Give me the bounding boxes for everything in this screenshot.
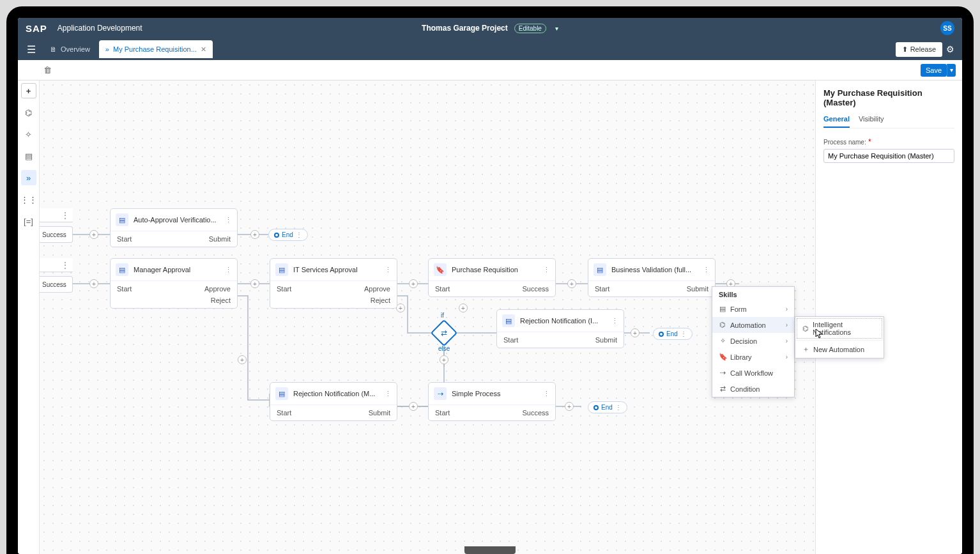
node-purchase-req[interactable]: 🔖 Purchase Requisition ⋮ Start Success (428, 258, 556, 297)
node-menu-icon[interactable]: ⋮ (611, 317, 618, 325)
plus-icon: ＋ (802, 344, 809, 354)
tab-overview-label: Overview (61, 45, 90, 53)
node-menu-icon[interactable]: ⋮ (703, 266, 710, 274)
add-connector-icon[interactable]: + (396, 304, 405, 312)
node-stub-more-1[interactable]: ⋮ (40, 208, 73, 222)
tab-purchase-req[interactable]: » My Purchase Requisition... ✕ (99, 40, 213, 58)
form-icon: ▤ (502, 314, 515, 327)
close-icon[interactable]: ✕ (201, 45, 206, 54)
port-success: Success (522, 285, 549, 293)
add-connector-icon[interactable]: + (250, 279, 259, 288)
rail-icon-process[interactable]: » (21, 170, 36, 185)
add-connector-icon[interactable]: + (250, 230, 259, 239)
decision-if-label: if (441, 312, 444, 319)
trash-icon[interactable]: 🗑 (43, 65, 52, 75)
node-biz-validation[interactable]: ▤ Business Validation (full... ⋮ Start S… (588, 258, 716, 297)
tab-visibility[interactable]: Visibility (859, 115, 884, 128)
node-menu-icon[interactable]: ⋮ (385, 390, 392, 398)
process-canvas[interactable]: ⋮ Success ⋮ Success + + + + + + + + + + … (40, 81, 815, 554)
node-menu-icon[interactable]: ⋮ (543, 266, 550, 274)
node-menu-icon[interactable]: ⋮ (225, 266, 232, 274)
port-approve: Approve (204, 285, 231, 293)
skills-menu-header: Skills (712, 287, 794, 301)
rail-icon-2[interactable]: ✧ (21, 127, 36, 142)
skills-item-form[interactable]: ▤ Form › (712, 301, 794, 317)
skills-item-condition[interactable]: ⇄ Condition (712, 381, 794, 397)
save-dropdown-button[interactable]: ▾ (947, 64, 956, 77)
status-pill[interactable]: Editable (514, 24, 546, 33)
gear-icon[interactable]: ⚙ (946, 44, 954, 54)
node-stub-success-2: Success (40, 276, 73, 293)
add-connector-icon[interactable]: + (238, 355, 247, 364)
add-connector-icon[interactable]: + (89, 279, 98, 288)
workflow-icon: ⇢ (434, 387, 447, 400)
node-rej-notif-i[interactable]: ▤ Rejection Notification (I... ⋮ Start S… (496, 309, 624, 348)
end-node[interactable]: End ⋮ (588, 401, 627, 413)
rail-icon-1[interactable]: ⌬ (21, 105, 36, 120)
end-dot-icon (659, 332, 664, 337)
node-auto-approval[interactable]: ▤ Auto-Approval Verificatio... ⋮ Start S… (110, 208, 238, 247)
port-start: Start (117, 285, 132, 293)
node-menu-icon[interactable]: ⋮ (543, 390, 550, 398)
rail-icon-5[interactable]: ⋮⋮ (21, 192, 36, 207)
add-icon[interactable]: + (21, 83, 36, 98)
decision-node[interactable]: ⇄ (431, 319, 457, 346)
add-connector-icon[interactable]: + (440, 355, 448, 364)
tab-overview[interactable]: 🗎 Overview (43, 40, 96, 58)
tab-bar: ☰ 🗎 Overview » My Purchase Requisition..… (18, 38, 962, 60)
add-connector-icon[interactable]: + (567, 279, 576, 288)
add-connector-icon[interactable]: + (565, 402, 574, 411)
end-dot-icon (593, 405, 599, 410)
node-menu-icon[interactable]: ⋮ (296, 231, 302, 238)
node-stub-more-2[interactable]: ⋮ (40, 258, 73, 272)
project-dropdown-icon[interactable]: ▾ (555, 25, 558, 32)
node-it-approval[interactable]: ▤ IT Services Approval ⋮ Start Approve R… (270, 258, 397, 309)
workflow-icon: ⇢ (719, 369, 726, 377)
add-connector-icon[interactable]: + (409, 402, 418, 411)
node-title: Auto-Approval Verificatio... (134, 216, 220, 224)
node-manager-approval[interactable]: ▤ Manager Approval ⋮ Start Approve Rejec… (110, 258, 238, 309)
skills-item-label: Automation (730, 321, 766, 329)
main-menu-icon[interactable]: ☰ (22, 40, 41, 59)
required-indicator: * (868, 137, 871, 146)
decision-else-label: else (438, 345, 450, 352)
rail-icon-3[interactable]: ▤ (21, 148, 36, 164)
project-name[interactable]: Thomas Garage Project (422, 24, 508, 33)
automation-icon: ⌬ (719, 321, 726, 329)
end-node[interactable]: End ⋮ (653, 328, 693, 340)
node-title: Business Validation (full... (611, 266, 698, 273)
add-connector-icon[interactable]: + (459, 304, 468, 312)
skills-item-automation[interactable]: ⌬ Automation › (712, 317, 794, 333)
submenu-intelligent-notifications[interactable]: ⌬ Intelligent Notifications (795, 317, 884, 340)
submenu-new-automation[interactable]: ＋ New Automation (795, 340, 884, 358)
node-rej-notif-m[interactable]: ▤ Rejection Notification (M... ⋮ Start S… (270, 382, 397, 421)
add-connector-icon[interactable]: + (631, 328, 639, 337)
skills-item-decision[interactable]: ✧ Decision › (712, 333, 794, 349)
save-button[interactable]: Save (921, 64, 947, 77)
node-menu-icon[interactable]: ⋮ (680, 330, 687, 337)
skills-item-call-workflow[interactable]: ⇢ Call Workflow (712, 365, 794, 381)
release-button[interactable]: ⬆ Release (896, 42, 942, 57)
end-node[interactable]: End ⋮ (268, 229, 308, 241)
end-dot-icon (274, 233, 279, 238)
add-connector-icon[interactable]: + (409, 279, 418, 288)
node-menu-icon[interactable]: ⋮ (615, 404, 622, 411)
node-menu-icon[interactable]: ⋮ (385, 266, 392, 274)
side-rail: + ⌬ ✧ ▤ » ⋮⋮ [=] (18, 81, 40, 554)
node-title: Rejection Notification (M... (293, 390, 379, 397)
save-label: Save (926, 66, 942, 74)
process-name-input[interactable] (823, 149, 954, 163)
end-label: End (666, 330, 678, 337)
chevron-right-icon: › (786, 321, 788, 328)
skills-item-library[interactable]: 🔖 Library › (712, 349, 794, 365)
rail-icon-6[interactable]: [=] (21, 213, 36, 229)
node-title: Rejection Notification (I... (520, 317, 606, 325)
chevron-right-icon: › (786, 353, 788, 360)
node-simple-process[interactable]: ⇢ Simple Process ⋮ Start Success (428, 382, 556, 421)
avatar[interactable]: SS (940, 21, 954, 35)
node-menu-icon[interactable]: ⋮ (225, 216, 232, 224)
port-start: Start (435, 285, 450, 293)
process-name-label: Process name: (823, 139, 866, 146)
add-connector-icon[interactable]: + (89, 230, 98, 239)
tab-general[interactable]: General (823, 115, 850, 128)
